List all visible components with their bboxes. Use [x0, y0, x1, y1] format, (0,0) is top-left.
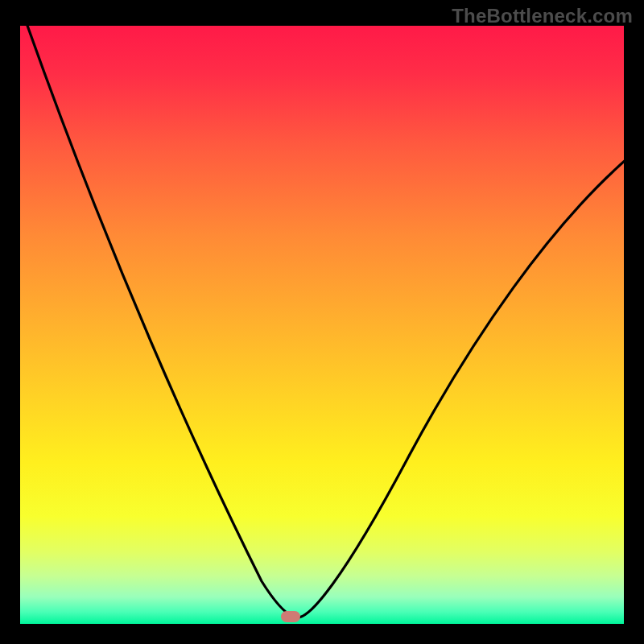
minimum-marker [281, 611, 300, 622]
chart-frame: TheBottleneck.com [0, 0, 644, 644]
bottleneck-curve [20, 26, 624, 624]
plot-area [20, 26, 624, 624]
curve-path [20, 26, 624, 617]
watermark-text: TheBottleneck.com [452, 5, 633, 27]
